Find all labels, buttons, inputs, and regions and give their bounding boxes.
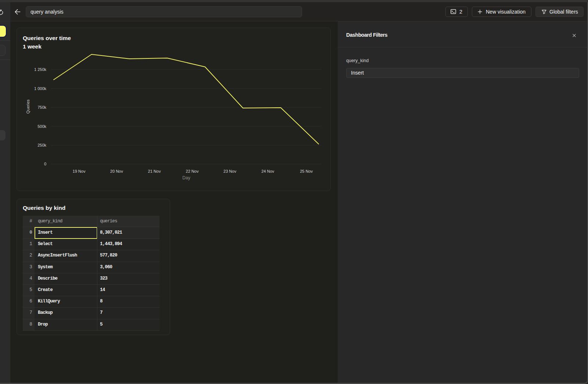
svg-text:23 Nov: 23 Nov — [223, 169, 236, 173]
svg-text:22 Nov: 22 Nov — [186, 169, 199, 173]
svg-text:19 Nov: 19 Nov — [73, 169, 86, 173]
svg-text:Queries: Queries — [26, 99, 30, 114]
svg-text:25 Nov: 25 Nov — [300, 169, 313, 173]
svg-text:500k: 500k — [37, 124, 46, 129]
svg-text:20 Nov: 20 Nov — [110, 169, 123, 173]
svg-text:250k: 250k — [37, 143, 46, 147]
svg-text:0: 0 — [44, 162, 46, 166]
svg-text:Day: Day — [182, 175, 190, 180]
svg-text:21 Nov: 21 Nov — [148, 169, 161, 173]
svg-text:24 Nov: 24 Nov — [261, 169, 274, 173]
svg-text:1 000k: 1 000k — [34, 86, 47, 91]
svg-text:1 250k: 1 250k — [34, 67, 47, 72]
svg-text:750k: 750k — [37, 105, 46, 110]
